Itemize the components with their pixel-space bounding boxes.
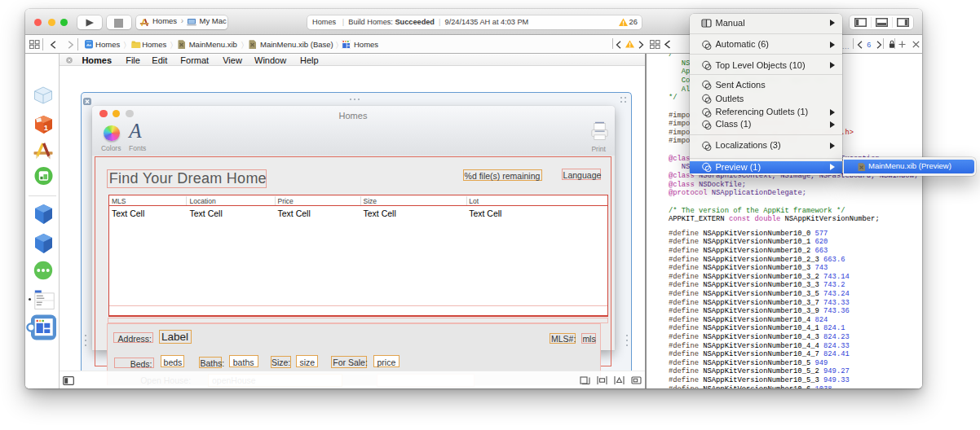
svg-text:1: 1	[44, 123, 49, 132]
